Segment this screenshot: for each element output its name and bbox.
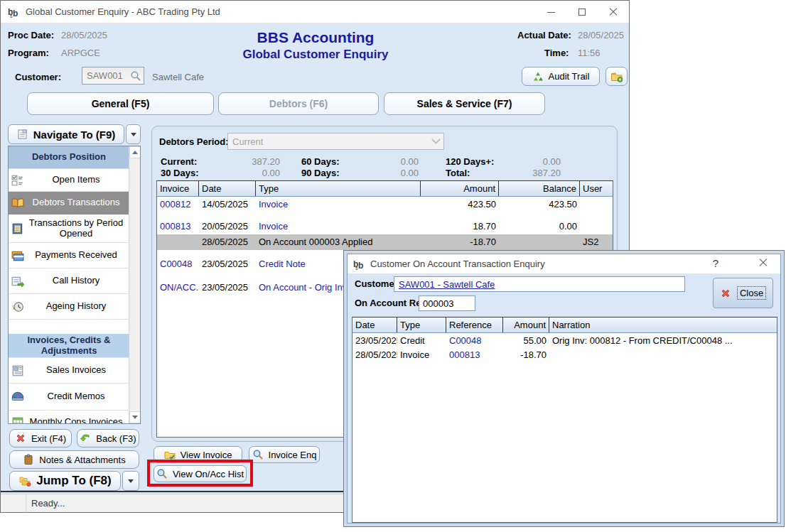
cell-invoice xyxy=(157,234,199,250)
search-icon[interactable] xyxy=(130,70,141,82)
jump-dropdown-button[interactable] xyxy=(122,471,139,491)
sidebar-item-transactions-by-period[interactable]: Transactions by Period Opened xyxy=(9,215,129,243)
col-date[interactable]: Date xyxy=(352,317,397,332)
open-book-icon xyxy=(11,197,24,210)
view-invoice-label: View Invoice xyxy=(181,450,232,460)
scroll-down-button[interactable] xyxy=(129,411,141,423)
cell-narration xyxy=(549,347,764,362)
cell-reference[interactable]: 000813 xyxy=(446,347,503,362)
col-date[interactable]: Date xyxy=(199,181,256,196)
table-row[interactable]: 28/05/2025 Invoice 000813 -18.70 xyxy=(352,347,777,362)
close-dialog-button[interactable]: Close xyxy=(713,278,773,308)
tab-sales-service[interactable]: Sales & Service (F7) xyxy=(384,92,545,115)
sidebar-item-open-items[interactable]: Open Items xyxy=(9,169,129,192)
exit-button[interactable]: Exit (F4) xyxy=(9,429,72,447)
exit-label: Exit (F4) xyxy=(31,433,66,444)
chevron-down-icon xyxy=(128,479,134,483)
program-label: Program: xyxy=(8,48,49,58)
days60-value: 0.00 xyxy=(362,156,419,167)
sidebar-item-debtors-transactions[interactable]: Debtors Transactions xyxy=(9,192,129,215)
navigate-to-label: Navigate To (F9) xyxy=(33,129,116,141)
minimize-button[interactable] xyxy=(535,1,566,23)
customer-name: Sawtell Cafe xyxy=(152,72,204,82)
table-row[interactable]: 23/05/2025 Credit C00048 55.00 Orig Inv:… xyxy=(352,333,777,347)
maximize-button[interactable] xyxy=(566,1,598,23)
col-user[interactable]: User xyxy=(580,181,603,196)
invoice-doc-icon xyxy=(11,364,24,377)
call-history-icon xyxy=(11,275,24,288)
back-arrow-icon xyxy=(80,433,91,444)
audit-trail-button[interactable]: Audit Trail xyxy=(522,67,600,86)
cell-invoice[interactable]: 000813 xyxy=(157,219,199,234)
actual-date-value: 28/05/2025 xyxy=(578,30,624,40)
screenshot-stage: b b s Global Customer Enquiry - ABC Trad… xyxy=(0,0,786,532)
table-row[interactable]: 000812 14/05/2025 Invoice 423.50 423.50 xyxy=(157,197,613,212)
table-row[interactable]: 000813 20/05/2025 Invoice 18.70 0.00 xyxy=(157,219,613,234)
sidebar-item-call-history[interactable]: Call History xyxy=(9,268,129,294)
sidebar-item-sales-invoices[interactable]: Sales Invoices xyxy=(9,358,129,384)
cell-date: 23/05/2025 xyxy=(199,256,256,272)
sidebar-header-invoices-credits: Invoices, Credits & Adjustments xyxy=(9,334,129,358)
col-narration[interactable]: Narration xyxy=(549,317,764,332)
dialog-close-button[interactable] xyxy=(759,259,768,267)
sidebar-item-ageing-history[interactable]: Ageing History xyxy=(9,294,129,320)
cell-user xyxy=(580,219,603,234)
days120-label: 120 Days+: xyxy=(446,156,494,167)
credit-memos-icon xyxy=(11,391,24,403)
cell-date: 28/05/2025 xyxy=(352,347,397,362)
notes-attachments-button[interactable]: Notes & Attachments xyxy=(9,450,139,469)
sidebar-item-payments-received[interactable]: Payments Received xyxy=(9,243,129,268)
folder-add-icon xyxy=(610,70,623,83)
col-balance[interactable]: Balance xyxy=(499,181,580,196)
dialog-customer-field[interactable]: SAW001 - Sawtell Cafe xyxy=(394,276,685,292)
main-titlebar: b b s Global Customer Enquiry - ABC Trad… xyxy=(1,1,629,23)
navigate-dropdown-button[interactable] xyxy=(126,124,141,144)
days60-label: 60 Days: xyxy=(301,156,339,167)
navigate-to-button[interactable]: Navigate To (F9) xyxy=(8,124,124,144)
customer-code-input[interactable]: SAW001 xyxy=(82,67,144,85)
search-icon xyxy=(252,449,264,460)
cell-invoice[interactable]: ON/ACC... xyxy=(157,280,199,295)
table-row-highlighted[interactable]: 28/05/2025 On Account 000003 Applied -18… xyxy=(157,234,613,250)
navigate-list-icon xyxy=(17,129,28,140)
invoice-enq-button[interactable]: Invoice Enq xyxy=(249,446,320,463)
red-x-icon xyxy=(15,433,26,444)
cell-balance: 423.50 xyxy=(499,197,580,212)
close-icon xyxy=(609,8,618,16)
sidebar-item-credit-memos[interactable]: Credit Memos xyxy=(9,384,129,411)
svg-text:b: b xyxy=(358,261,363,271)
col-amount[interactable]: Amount xyxy=(421,181,499,196)
dialog-customer-link[interactable]: SAW001 - Sawtell Cafe xyxy=(399,279,495,290)
sidebar-scrollbar[interactable] xyxy=(129,146,140,423)
payment-card-icon xyxy=(11,249,24,262)
jump-folders-icon xyxy=(18,474,31,487)
proc-date-value: 28/05/2025 xyxy=(61,30,107,40)
dialog-title: Customer On Account Transaction Enquiry xyxy=(370,259,545,269)
spreadsheet-icon xyxy=(11,416,24,425)
tab-general[interactable]: General (F5) xyxy=(27,92,214,115)
jump-to-button[interactable]: Jump To (F8) xyxy=(9,471,121,491)
cell-invoice[interactable]: 000812 xyxy=(157,197,199,212)
cell-reference[interactable]: C00048 xyxy=(446,333,503,347)
col-type[interactable]: Type xyxy=(256,181,421,196)
status-message: Ready... xyxy=(31,498,65,509)
back-button[interactable]: Back (F3) xyxy=(77,429,139,447)
col-invoice[interactable]: Invoice xyxy=(157,181,199,196)
triangle-up-icon xyxy=(132,151,138,154)
sidebar-item-monthly-cons-invoices[interactable]: Monthly Cons Invoices xyxy=(9,411,129,424)
col-reference[interactable]: Reference xyxy=(446,317,503,332)
dialog-ref-field[interactable]: 000003 xyxy=(419,295,475,311)
close-button[interactable] xyxy=(598,1,629,23)
attachments-folder-button[interactable] xyxy=(605,67,628,86)
cell-amount: 423.50 xyxy=(421,197,499,212)
days90-value: 0.00 xyxy=(362,168,419,178)
time-value: 11:56 xyxy=(578,48,601,58)
app-subtitle: Global Customer Enquiry xyxy=(173,48,458,62)
col-type[interactable]: Type xyxy=(397,317,446,332)
scroll-up-button[interactable] xyxy=(129,146,141,158)
cell-invoice[interactable]: C00048 xyxy=(157,256,199,272)
cell-amount: -18.70 xyxy=(421,234,499,250)
col-amount[interactable]: Amount xyxy=(503,317,549,332)
help-button[interactable]: ? xyxy=(708,257,723,271)
total-value: 387.20 xyxy=(504,168,561,178)
